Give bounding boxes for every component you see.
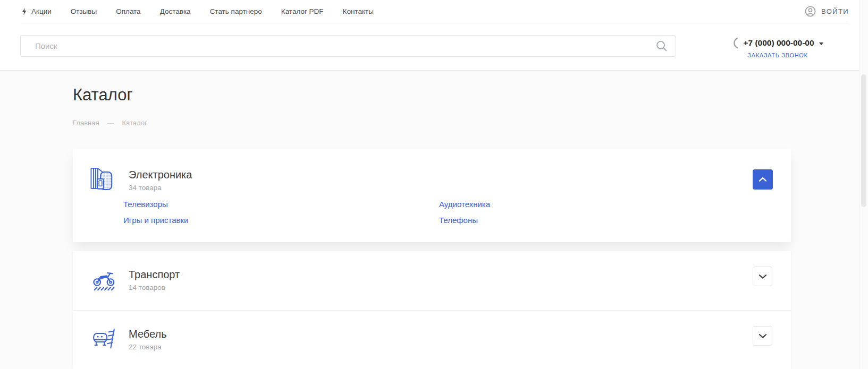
subcategory-link-phones[interactable]: Телефоны [439, 216, 490, 225]
chevron-up-icon [759, 177, 766, 182]
nav-item-label: Доставка [160, 7, 191, 15]
chevron-down-icon [759, 274, 766, 279]
furniture-icon [92, 326, 116, 354]
nav-item-payment[interactable]: Оплата [116, 7, 140, 15]
breadcrumb-home[interactable]: Главная [73, 119, 99, 127]
nav-item-promotions[interactable]: Акции [21, 7, 52, 15]
chevron-down-icon[interactable] [819, 42, 823, 45]
category-count: 34 товара [129, 184, 162, 192]
lightning-icon [21, 7, 27, 15]
login-button[interactable]: ВОЙТИ [805, 6, 849, 17]
phone-block: +7 (000) 000-00-00 ЗАКАЗАТЬ ЗВОНОК [731, 37, 824, 59]
breadcrumb-current: Каталог [122, 119, 147, 127]
category-count: 22 товара [129, 343, 162, 351]
user-circle-icon [805, 6, 816, 17]
collapse-category-button[interactable] [753, 169, 773, 190]
catalog-page: Акции Отзывы Оплата Доставка Стать партн… [0, 0, 868, 369]
category-name[interactable]: Электроника [129, 169, 192, 181]
nav-item-label: Стать партнеро [210, 7, 262, 15]
category-name[interactable]: Мебель [129, 328, 167, 340]
top-nav: Акции Отзывы Оплата Доставка Стать партн… [21, 7, 374, 15]
nav-item-reviews[interactable]: Отзывы [71, 7, 97, 15]
category-count: 14 товаров [129, 284, 165, 291]
top-navigation-bar: Акции Отзывы Оплата Доставка Стать партн… [21, 0, 849, 23]
subcategory-list: Телевизоры Аудиотехника Игры и приставки… [123, 200, 490, 225]
category-name[interactable]: Транспорт [129, 269, 180, 281]
subcategory-link-audio[interactable]: Аудиотехника [439, 200, 490, 209]
phone-row: +7 (000) 000-00-00 [731, 37, 824, 49]
expand-category-button[interactable] [753, 326, 772, 346]
breadcrumb: Главная — Каталог [73, 119, 147, 127]
callback-link[interactable]: ЗАКАЗАТЬ ЗВОНОК [747, 52, 807, 58]
nav-item-catalog-pdf[interactable]: Каталог PDF [281, 7, 324, 15]
scrollbar-thumb[interactable] [861, 74, 866, 207]
site-header: +7 (000) 000-00-00 ЗАКАЗАТЬ ЗВОНОК [0, 23, 868, 71]
nav-item-become-partner[interactable]: Стать партнеро [210, 7, 262, 15]
search-input[interactable] [21, 36, 676, 56]
phone-icon [732, 37, 738, 49]
page-title: Каталог [73, 85, 133, 105]
category-card-furniture[interactable]: Мебель 22 товара [73, 310, 791, 369]
breadcrumb-separator: — [107, 119, 114, 127]
nav-item-label: Оплата [116, 7, 140, 15]
electronics-icon [90, 166, 114, 193]
nav-item-label: Контакты [343, 7, 374, 15]
nav-item-contacts[interactable]: Контакты [343, 7, 374, 15]
login-label: ВОЙТИ [821, 7, 849, 15]
category-card-transport[interactable]: Транспорт 14 товаров [73, 251, 791, 310]
expand-category-button[interactable] [753, 267, 772, 286]
nav-item-label: Акции [31, 7, 52, 15]
main-content: Каталог Главная — Каталог [0, 71, 859, 369]
nav-item-label: Каталог PDF [281, 7, 324, 15]
phone-number[interactable]: +7 (000) 000-00-00 [743, 38, 814, 48]
subcategory-link-tv[interactable]: Телевизоры [123, 200, 439, 209]
category-rows: Транспорт 14 товаров [73, 251, 791, 369]
subcategory-link-games[interactable]: Игры и приставки [123, 216, 439, 225]
category-card-electronics: Электроника 34 товара Телевизоры Аудиоте… [73, 149, 791, 242]
scrollbar[interactable] [859, 0, 868, 369]
transport-icon [92, 267, 116, 294]
search-box [20, 35, 676, 57]
nav-item-label: Отзывы [71, 7, 97, 15]
chevron-down-icon [759, 334, 766, 338]
nav-item-delivery[interactable]: Доставка [160, 7, 191, 15]
search-icon[interactable] [656, 40, 668, 52]
